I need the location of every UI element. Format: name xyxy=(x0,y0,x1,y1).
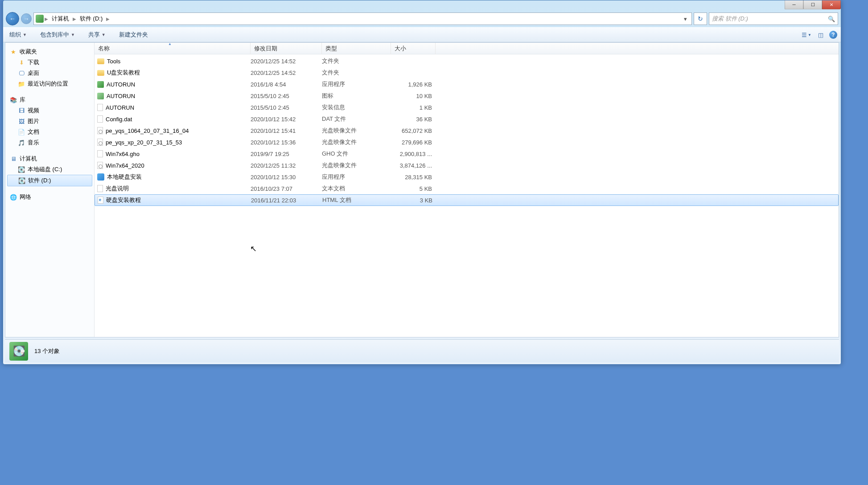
help-icon[interactable]: ? xyxy=(829,31,837,39)
sidebar-item-videos[interactable]: 🎞视频 xyxy=(5,105,94,116)
share-menu[interactable]: 共享▼ xyxy=(86,29,108,40)
file-type: 光盘映像文件 xyxy=(322,127,391,135)
file-date: 2020/12/25 11:32 xyxy=(251,162,322,169)
refresh-button[interactable]: ↻ xyxy=(694,12,707,25)
new-folder-button[interactable]: 新建文件夹 xyxy=(116,29,151,40)
explorer-window: ─ ☐ ✕ ← → ▶ 计算机 ▶ 软件 (D:) ▶ ▾ ↻ 搜索 软件 (D… xyxy=(3,0,841,365)
file-type: 应用程序 xyxy=(322,80,391,88)
file-name: pe_yqs_xp_20_07_31_15_53 xyxy=(106,139,182,146)
header-date[interactable]: 修改日期 xyxy=(251,43,322,54)
sidebar-item-drive-c[interactable]: 💽本地磁盘 (C:) xyxy=(5,164,94,175)
minimize-button[interactable]: ─ xyxy=(785,0,803,9)
computer-icon: 🖥 xyxy=(10,155,17,162)
file-list: Tools2020/12/25 14:52文件夹U盘安装教程2020/12/25… xyxy=(95,54,839,337)
sidebar-libraries[interactable]: 📚库 xyxy=(5,95,94,105)
music-icon: 🎵 xyxy=(18,139,25,146)
disk-icon: 💽 xyxy=(18,177,25,184)
search-input[interactable]: 搜索 软件 (D:) 🔍 xyxy=(709,12,838,25)
sidebar-item-documents[interactable]: 📄文档 xyxy=(5,127,94,137)
file-name: 光盘说明 xyxy=(106,185,129,193)
document-icon: 📄 xyxy=(18,128,25,136)
file-row[interactable]: Config.dat2020/10/12 15:42DAT 文件36 KB xyxy=(95,113,839,125)
file-icon xyxy=(97,150,103,157)
file-name: AUTORUN xyxy=(107,93,135,99)
file-row[interactable]: AUTORUN2016/1/8 4:54应用程序1,926 KB xyxy=(95,78,839,90)
file-type: 安装信息 xyxy=(322,103,391,111)
sidebar-computer[interactable]: 🖥计算机 xyxy=(5,153,94,164)
file-type: DAT 文件 xyxy=(322,115,391,123)
file-date: 2016/11/21 22:03 xyxy=(251,197,322,204)
sidebar-item-images[interactable]: 🖼图片 xyxy=(5,116,94,127)
file-name: Tools xyxy=(107,58,120,65)
file-icon xyxy=(97,139,103,146)
status-bar: 💽 13 个对象 xyxy=(5,339,839,362)
breadcrumb-computer[interactable]: 计算机 xyxy=(49,14,72,24)
sidebar-item-downloads[interactable]: ⬇下载 xyxy=(5,57,94,68)
library-icon: 📚 xyxy=(10,96,17,103)
navigation-bar: ← → ▶ 计算机 ▶ 软件 (D:) ▶ ▾ ↻ 搜索 软件 (D:) 🔍 xyxy=(3,10,841,27)
forward-button[interactable]: → xyxy=(21,13,32,24)
file-row[interactable]: U盘安装教程2020/12/25 14:52文件夹 xyxy=(95,67,839,78)
file-icon xyxy=(97,93,104,99)
file-name: 本地硬盘安装 xyxy=(107,173,142,181)
sidebar-item-music[interactable]: 🎵音乐 xyxy=(5,137,94,148)
file-icon xyxy=(97,127,103,134)
file-row[interactable]: Win7x64.gho2019/9/7 19:25GHO 文件2,900,813… xyxy=(95,148,839,160)
star-icon: ★ xyxy=(10,48,17,55)
file-row[interactable]: AUTORUN2015/5/10 2:45图标10 KB xyxy=(95,90,839,102)
file-date: 2016/10/23 7:07 xyxy=(251,185,322,192)
file-row[interactable]: 光盘说明2016/10/23 7:07文本文档5 KB xyxy=(95,183,839,194)
sidebar-item-drive-d[interactable]: 💽软件 (D:) xyxy=(7,175,92,186)
file-type: 应用程序 xyxy=(322,173,391,181)
file-row[interactable]: 硬盘安装教程2016/11/21 22:03HTML 文档3 KB xyxy=(95,194,839,206)
view-menu[interactable]: ☰▼ xyxy=(801,29,812,40)
file-row[interactable]: Tools2020/12/25 14:52文件夹 xyxy=(95,55,839,67)
sidebar-network[interactable]: 🌐网络 xyxy=(5,192,94,202)
file-row[interactable]: pe_yqs_xp_20_07_31_15_532020/10/12 15:36… xyxy=(95,136,839,148)
header-name[interactable]: 名称 xyxy=(95,43,251,54)
address-dropdown[interactable]: ▾ xyxy=(681,16,690,22)
file-size: 652,072 KB xyxy=(391,127,436,134)
close-button[interactable]: ✕ xyxy=(822,0,841,9)
file-name: pe_yqs_1064_20_07_31_16_04 xyxy=(106,127,189,134)
toolbar: 组织▼ 包含到库中▼ 共享▼ 新建文件夹 ☰▼ ◫ ? xyxy=(3,27,841,42)
download-icon: ⬇ xyxy=(18,59,25,66)
file-row[interactable]: pe_yqs_1064_20_07_31_16_042020/10/12 15:… xyxy=(95,125,839,136)
file-date: 2016/1/8 4:54 xyxy=(251,81,322,88)
address-bar[interactable]: ▶ 计算机 ▶ 软件 (D:) ▶ ▾ xyxy=(33,12,692,25)
file-size: 3,874,126 ... xyxy=(391,162,436,169)
file-row[interactable]: Win7x64_20202020/12/25 11:32光盘映像文件3,874,… xyxy=(95,160,839,171)
include-library-menu[interactable]: 包含到库中▼ xyxy=(37,29,78,40)
column-headers: ▲ 名称 修改日期 类型 大小 xyxy=(95,43,839,54)
file-size: 279,696 KB xyxy=(391,139,436,146)
file-row[interactable]: AUTORUN2015/5/10 2:45安装信息1 KB xyxy=(95,102,839,113)
back-button[interactable]: ← xyxy=(6,12,19,25)
chevron-right-icon[interactable]: ▶ xyxy=(73,16,76,21)
file-icon xyxy=(97,58,104,64)
file-date: 2020/12/25 14:52 xyxy=(251,70,322,76)
file-icon xyxy=(97,185,103,192)
header-type[interactable]: 类型 xyxy=(322,43,391,54)
file-icon xyxy=(97,104,103,111)
file-size: 36 KB xyxy=(391,116,436,123)
header-size[interactable]: 大小 xyxy=(391,43,436,54)
chevron-right-icon[interactable]: ▶ xyxy=(45,16,48,21)
file-row[interactable]: 本地硬盘安装2020/10/12 15:30应用程序28,315 KB xyxy=(95,171,839,183)
chevron-right-icon[interactable]: ▶ xyxy=(106,16,110,21)
file-name: Config.dat xyxy=(106,116,132,123)
maximize-button[interactable]: ☐ xyxy=(803,0,822,9)
file-size: 2,900,813 ... xyxy=(391,151,436,157)
organize-menu[interactable]: 组织▼ xyxy=(7,29,29,40)
content-area: ★收藏夹 ⬇下载 🖵桌面 📁最近访问的位置 📚库 🎞视频 🖼图片 📄文档 🎵音乐… xyxy=(5,42,839,337)
preview-pane-button[interactable]: ◫ xyxy=(815,29,827,40)
sort-indicator-icon: ▲ xyxy=(168,42,172,46)
file-date: 2020/10/12 15:30 xyxy=(251,174,322,181)
sidebar-favorites[interactable]: ★收藏夹 xyxy=(5,46,94,57)
sidebar-item-recent[interactable]: 📁最近访问的位置 xyxy=(5,78,94,89)
file-icon xyxy=(97,81,104,88)
file-name: Win7x64_2020 xyxy=(106,162,144,169)
file-type: 文件夹 xyxy=(322,57,391,65)
file-size: 3 KB xyxy=(391,197,436,204)
sidebar-item-desktop[interactable]: 🖵桌面 xyxy=(5,68,94,78)
breadcrumb-drive[interactable]: 软件 (D:) xyxy=(77,14,105,24)
